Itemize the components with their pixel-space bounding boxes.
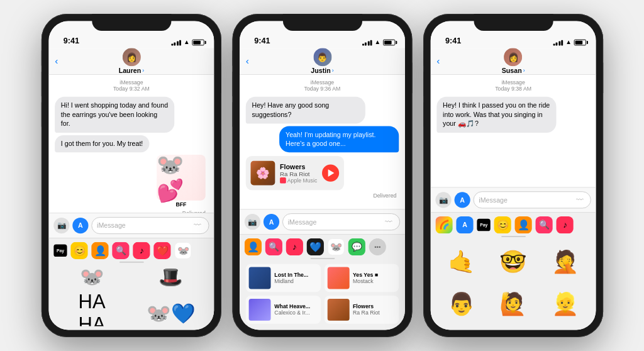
tray-emoji-1[interactable]: 😊 bbox=[70, 242, 87, 259]
waveform-icon-1: 〰 bbox=[194, 221, 204, 230]
nav-bar-2: ‹ 👨 Justin › bbox=[240, 48, 405, 75]
message-input-3[interactable]: iMessage 〰 bbox=[473, 191, 591, 208]
tray-music-3[interactable]: ♪ bbox=[556, 216, 573, 233]
tray-applepay-3[interactable]: Pay bbox=[477, 219, 491, 231]
tray-mickey-2[interactable]: 🐭 bbox=[327, 238, 344, 255]
sticker-cell-1[interactable]: 🐭 bbox=[53, 265, 130, 289]
music-grid-info-3: What Heave... Calexico & Ir... bbox=[274, 303, 310, 316]
tray-more-2[interactable]: ••• bbox=[369, 238, 386, 255]
tray-applepay-1[interactable]: Pay bbox=[53, 245, 67, 257]
music-title-flowers: Flowers bbox=[280, 163, 317, 170]
battery-icon-2 bbox=[383, 39, 395, 45]
memoji-2[interactable]: 🤓 bbox=[488, 242, 538, 282]
status-time-1: 9:41 bbox=[63, 36, 79, 46]
music-art-2 bbox=[327, 267, 349, 289]
music-item-3[interactable]: What Heave... Calexico & Ir... bbox=[245, 296, 320, 324]
contact-chevron-3: › bbox=[523, 67, 525, 74]
contact-header-3[interactable]: 👩 Susan › bbox=[501, 48, 525, 74]
appstore-button-2[interactable]: A bbox=[263, 214, 279, 230]
phone-justin: 9:41 ▲ ‹ bbox=[232, 14, 412, 337]
contact-header-2[interactable]: 👨 Justin › bbox=[311, 48, 333, 74]
phone-lauren: 9:41 ▲ ‹ bbox=[41, 14, 221, 337]
input-placeholder-1: iMessage bbox=[97, 222, 126, 230]
contact-avatar-1: 👩 bbox=[122, 48, 140, 66]
tray-music-1[interactable]: ♪ bbox=[133, 242, 150, 259]
appstore-button-1[interactable]: A bbox=[72, 218, 88, 233]
tray-appstore-3[interactable]: A bbox=[456, 216, 473, 233]
tray-heart-1[interactable]: ❤️ bbox=[153, 242, 170, 259]
message-input-1[interactable]: iMessage 〰 bbox=[91, 217, 209, 234]
music-artist-flowers: Ra Ra Riot bbox=[280, 170, 317, 177]
memoji-5[interactable]: 🙋 bbox=[488, 284, 538, 324]
tray-icons-3: 🌈 A Pay 😊 👤 🔍 ♪ bbox=[435, 216, 591, 233]
contact-header-1[interactable]: 👩 Lauren › bbox=[118, 48, 143, 74]
input-placeholder-2: iMessage bbox=[287, 218, 316, 226]
music-art-3 bbox=[248, 299, 270, 321]
sticker-cell-4[interactable]: 🐭💙 bbox=[132, 291, 209, 326]
back-chevron-1: ‹ bbox=[55, 55, 58, 66]
music-grid-info-1: Lost In The... Midland bbox=[274, 272, 308, 284]
contact-avatar-2: 👨 bbox=[313, 48, 331, 66]
message-header-2: iMessageToday 9:36 AM bbox=[245, 80, 398, 92]
tray-search-1[interactable]: 🔍 bbox=[112, 242, 129, 259]
wifi-icon-1: ▲ bbox=[183, 39, 189, 46]
camera-button-3[interactable]: 📷 bbox=[435, 192, 451, 208]
signal-bars-1 bbox=[171, 39, 181, 45]
input-placeholder-3: iMessage bbox=[479, 196, 508, 204]
status-bar-3: 9:41 ▲ bbox=[430, 21, 596, 48]
memoji-grid-3: 🤙 🤓 🤦 👨 🙋 👱 bbox=[435, 240, 591, 326]
music-card-flowers[interactable]: 🌸 Flowers Ra Ra Riot Apple Music bbox=[245, 156, 343, 190]
tray-search-2[interactable]: 🔍 bbox=[265, 238, 282, 255]
back-button-1[interactable]: ‹ bbox=[55, 55, 58, 66]
sticker-cell-2[interactable]: 🎩 bbox=[132, 265, 209, 289]
status-icons-3: ▲ bbox=[553, 39, 586, 46]
apple-music-icon bbox=[280, 177, 286, 184]
bubble-3-1: Hey! I think I passed you on the ride in… bbox=[436, 97, 556, 133]
play-button-flowers[interactable] bbox=[322, 165, 339, 182]
tray-green-2[interactable]: 💬 bbox=[348, 238, 365, 255]
tray-face-3[interactable]: 👤 bbox=[514, 216, 531, 233]
tray-mickey-1[interactable]: 🐭 bbox=[174, 242, 191, 259]
status-bar-2: 9:41 ▲ bbox=[240, 21, 405, 48]
tray-search-3[interactable]: 🔍 bbox=[535, 216, 552, 233]
music-item-1[interactable]: Lost In The... Midland bbox=[245, 264, 320, 292]
music-item-4[interactable]: Flowers Ra Ra Riot bbox=[324, 296, 399, 324]
bubble-2-1: Hey! Have any good song suggestions? bbox=[245, 97, 365, 123]
tray-music-2[interactable]: ♪ bbox=[286, 238, 303, 255]
appstore-button-3[interactable]: A bbox=[454, 192, 470, 208]
camera-button-1[interactable]: 📷 bbox=[53, 218, 69, 233]
messages-area-2: iMessageToday 9:36 AM Hey! Have any good… bbox=[240, 75, 405, 209]
sticker-cell-3[interactable]: HAHA bbox=[53, 291, 130, 326]
music-art-flowers: 🌸 bbox=[250, 161, 275, 186]
sticker-img: 🐭💕 bbox=[157, 155, 206, 201]
contact-avatar-3: 👩 bbox=[504, 48, 522, 66]
music-item-2[interactable]: Yes Yes ■ Mostack bbox=[324, 264, 399, 292]
tray-face-1[interactable]: 👤 bbox=[91, 242, 108, 259]
camera-button-2[interactable]: 📷 bbox=[244, 214, 260, 230]
message-header-3: iMessageToday 9:38 AM bbox=[436, 80, 589, 92]
memoji-1[interactable]: 🤙 bbox=[436, 242, 486, 282]
memoji-4[interactable]: 👨 bbox=[436, 284, 486, 324]
memoji-6[interactable]: 👱 bbox=[540, 284, 590, 324]
phone-screen-susan: 9:41 ▲ ‹ bbox=[430, 21, 596, 330]
contact-chevron-2: › bbox=[331, 67, 333, 74]
contact-name-3: Susan bbox=[501, 67, 521, 74]
message-input-2[interactable]: iMessage 〰 bbox=[282, 213, 399, 230]
memoji-3[interactable]: 🤦 bbox=[540, 242, 590, 282]
music-grid-info-2: Yes Yes ■ Mostack bbox=[353, 272, 378, 284]
music-source-flowers: Apple Music bbox=[280, 177, 317, 184]
sticker-content-1: 🐭 🎩 HAHA 🐭💙 bbox=[53, 265, 209, 326]
delivered-2: Delivered bbox=[245, 193, 398, 199]
back-button-3[interactable]: ‹ bbox=[436, 55, 440, 66]
tray-emoji-3[interactable]: 😊 bbox=[494, 216, 511, 233]
tray-heart-2[interactable]: 💙 bbox=[306, 238, 323, 255]
back-button-2[interactable]: ‹ bbox=[245, 55, 248, 66]
input-bar-2: 📷 A iMessage 〰 bbox=[240, 209, 405, 234]
contact-chevron-1: › bbox=[142, 67, 144, 74]
status-time-3: 9:41 bbox=[445, 36, 460, 46]
tray-face-2[interactable]: 👤 bbox=[244, 238, 261, 255]
tray-photos-3[interactable]: 🌈 bbox=[435, 216, 452, 233]
app-tray-2: 👤 🔍 ♪ 💙 🐭 💬 ••• Lost In The... Mid bbox=[240, 234, 405, 330]
tray-icons-1: Pay 😊 👤 🔍 ♪ ❤️ 🐭 bbox=[53, 242, 209, 259]
messages-area-3: iMessageToday 9:38 AM Hey! I think I pas… bbox=[430, 75, 596, 187]
